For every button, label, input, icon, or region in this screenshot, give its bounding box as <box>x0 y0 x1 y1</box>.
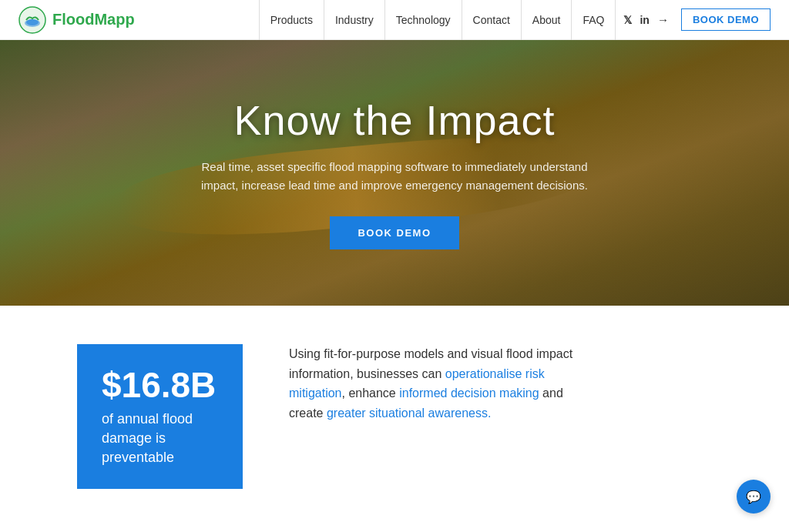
twitter-icon[interactable]: 𝕏 <box>623 14 632 26</box>
navbar: FloodMapp Products Industry Technology C… <box>0 0 789 40</box>
logo[interactable]: FloodMapp <box>18 6 135 34</box>
hero-section: Know the Impact Real time, asset specifi… <box>0 40 789 306</box>
lower-section: $16.8B of annual flood damage is prevent… <box>0 306 789 527</box>
nav-products[interactable]: Products <box>259 0 324 40</box>
hero-content: Know the Impact Real time, asset specifi… <box>194 96 595 249</box>
hero-cta-button[interactable]: BOOK DEMO <box>330 216 458 249</box>
chat-icon: 💬 <box>746 490 761 504</box>
chat-bubble[interactable]: 💬 <box>737 480 771 514</box>
logo-icon <box>18 6 46 34</box>
nav-about[interactable]: About <box>522 0 572 40</box>
hero-subtitle: Real time, asset specific flood mapping … <box>194 158 595 195</box>
link-situational-awareness[interactable]: greater situational awareness. <box>327 407 491 420</box>
nav-links: Products Industry Technology Contact Abo… <box>259 0 616 40</box>
nav-industry[interactable]: Industry <box>324 0 385 40</box>
nav-technology[interactable]: Technology <box>385 0 462 40</box>
body-between1: , enhance <box>341 386 399 400</box>
arrow-icon[interactable]: → <box>657 13 669 26</box>
body-description: Using fit-for-purpose models and visual … <box>289 344 582 423</box>
stat-description: of annual flood damage is preventable <box>102 410 218 468</box>
stat-box: $16.8B of annual flood damage is prevent… <box>77 344 243 489</box>
linkedin-icon[interactable]: in <box>640 14 649 26</box>
social-icons: 𝕏 in → <box>623 13 668 26</box>
stat-number: $16.8B <box>102 366 218 405</box>
hero-title: Know the Impact <box>194 96 595 144</box>
book-demo-button[interactable]: BOOK DEMO <box>681 8 771 31</box>
nav-faq[interactable]: FAQ <box>572 0 616 40</box>
nav-contact[interactable]: Contact <box>462 0 522 40</box>
logo-text: FloodMapp <box>52 11 135 28</box>
svg-point-2 <box>26 19 39 25</box>
link-decision-making[interactable]: informed decision making <box>399 386 539 400</box>
